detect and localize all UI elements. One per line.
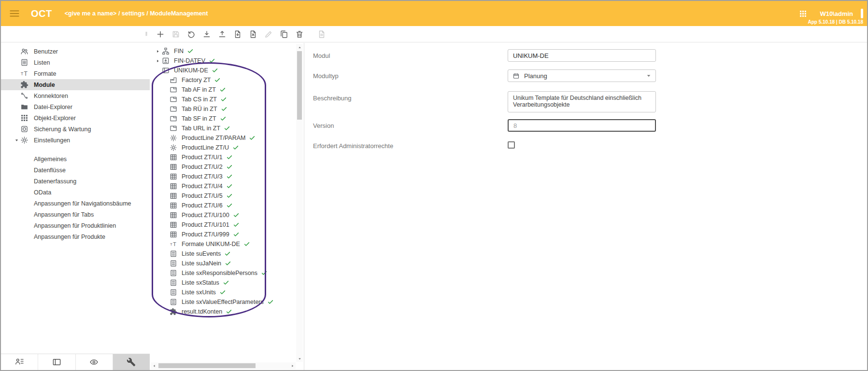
menu-icon[interactable]	[9, 8, 20, 19]
tree-item-tab-url-in-zt[interactable]: Tab URL in ZT	[150, 124, 296, 133]
scroll-left-icon[interactable]	[151, 362, 157, 369]
sidebar-item-einstellungen[interactable]: Einstellungen	[1, 135, 150, 146]
tree-item-fin[interactable]: FIN	[150, 46, 296, 56]
tree-item-tab-rü-in-zt[interactable]: Tab RÜ in ZT	[150, 104, 296, 114]
tree-item-liste-sxstatus[interactable]: Liste sxStatus	[150, 278, 296, 288]
sidebar-tab-users[interactable]	[1, 354, 38, 370]
toolbar-upload-button[interactable]	[216, 28, 228, 40]
tree-item-label: Product ZT/U/3	[182, 173, 223, 180]
tree-item-label: Product ZT/U/100	[182, 212, 229, 219]
sidebar-subitem-anpassungen-für-produkte[interactable]: Anpassungen für Produkte	[1, 231, 150, 242]
sidebar-subitem-datenflüsse[interactable]: Datenflüsse	[1, 165, 150, 176]
tree-item-tab-af-in-zt[interactable]: Tab AF in ZT	[150, 85, 296, 95]
tree-item-tab-sf-in-zt[interactable]: Tab SF in ZT	[150, 114, 296, 124]
toolbar-download-button[interactable]	[201, 28, 213, 40]
tree-item-product-zt-u-2[interactable]: Product ZT/U/2	[150, 162, 296, 172]
toolbar-edit-button[interactable]	[263, 28, 274, 40]
tree-item-formate-unikum-de[interactable]: TTFormate UNIKUM-DE	[150, 239, 296, 249]
sidebar-item-sicherung-wartung[interactable]: Sicherung & Wartung	[1, 124, 150, 135]
sidebar-subitem-allgemeines[interactable]: Allgemeines	[1, 153, 150, 165]
expand-arrow-icon[interactable]	[154, 49, 161, 54]
sidebar-item-datei-explorer[interactable]: Datei-Explorer	[1, 101, 150, 112]
scrollbar-horizontal-track[interactable]	[157, 362, 289, 369]
user-tree-icon	[15, 357, 24, 367]
sidebar-tab-modules[interactable]	[38, 354, 75, 370]
toolbar-remove-file-button[interactable]	[247, 28, 259, 40]
toolbar-buttons	[155, 28, 331, 40]
check-icon	[226, 164, 233, 170]
check-icon	[249, 135, 256, 141]
tree-item-result-tdkonten[interactable]: result.tdKonten	[150, 307, 296, 316]
tree-item-liste-sxvalueeffectparameters[interactable]: Liste sxValueEffectParameters	[150, 297, 296, 307]
svg-text:T: T	[170, 242, 172, 247]
tree-item-product-zt-u-999[interactable]: Product ZT/U/999	[150, 230, 296, 239]
tree-item-label: Product ZT/U/5	[182, 192, 223, 199]
tree-item-label: Product ZT/U/6	[182, 202, 223, 209]
tree-item-fin-datev[interactable]: FIN-DATEV	[150, 56, 296, 66]
sidebar-item-konnektoren[interactable]: Konnektoren	[1, 90, 150, 101]
modultyp-select[interactable]: Planung	[508, 69, 656, 82]
admin-rights-label: Erfordert Administratorrechte	[313, 142, 393, 150]
version-input[interactable]	[508, 119, 656, 132]
scrollbar-vertical[interactable]	[296, 44, 303, 362]
sidebar-item-benutzer[interactable]: Benutzer	[1, 46, 150, 57]
sidebar: BenutzerListenTTFormateModuleKonnektoren…	[1, 43, 150, 370]
sidebar-tab-tools[interactable]	[113, 354, 150, 370]
chevron-down-icon[interactable]	[13, 138, 20, 142]
header-right: W10\admin	[799, 9, 863, 18]
tree-item-product-zt-u-6[interactable]: Product ZT/U/6	[150, 201, 296, 210]
admin-rights-checkbox[interactable]	[508, 141, 515, 149]
modul-input[interactable]	[508, 49, 656, 62]
toolbar-copy-button[interactable]	[278, 28, 290, 40]
sidebar-subitem-datenerfassung[interactable]: Datenerfassung	[1, 176, 150, 187]
sidebar-tab-preview[interactable]	[76, 354, 113, 370]
sidebar-item-listen[interactable]: Listen	[1, 57, 150, 68]
sidebar-subitem-anpassungen-für-navigationsbäume[interactable]: Anpassungen für Navigationsbäume	[1, 198, 150, 209]
toolbar-save-button[interactable]	[170, 28, 182, 40]
tree-item-unikum-de[interactable]: UNIKUM-DE	[150, 66, 296, 75]
tree-item-liste-sxunits[interactable]: Liste sxUnits	[150, 288, 296, 297]
sidebar-item-label: Objekt-Explorer	[34, 115, 76, 122]
tree-item-label: Formate UNIKUM-DE	[182, 241, 240, 247]
tree-item-liste-sxresponsiblepersons[interactable]: Liste sxResponsiblePersons	[150, 268, 296, 278]
sidebar-item-formate[interactable]: TTFormate	[1, 68, 150, 79]
sidebar-subitem-anpassungen-für-tabs[interactable]: Anpassungen für Tabs	[1, 209, 150, 220]
splitter-grip-icon[interactable]	[143, 30, 150, 38]
sidebar-item-label: Listen	[34, 59, 50, 66]
tree-item-factory-zt[interactable]: Factory ZT	[150, 75, 296, 85]
tree-item-tab-cs-in-zt[interactable]: Tab CS in ZT	[150, 95, 296, 104]
sidebar-item-objekt-explorer[interactable]: Objekt-Explorer	[1, 112, 150, 124]
puzzle-icon	[169, 308, 178, 316]
toolbar-history-button[interactable]	[185, 28, 197, 40]
scroll-up-icon[interactable]	[296, 44, 303, 51]
sidebar-item-label: Formate	[34, 70, 57, 77]
tree-item-product-zt-u-4[interactable]: Product ZT/U/4	[150, 181, 296, 191]
tree-item-product-zt-u-1[interactable]: Product ZT/U/1	[150, 152, 296, 162]
beschreibung-textarea[interactable]: Unikum Template für Deutschland einschli…	[508, 91, 656, 112]
scrollbar-vertical-thumb[interactable]	[297, 51, 302, 120]
toolbar-delete-button[interactable]	[294, 28, 305, 40]
tree-item-product-zt-u-3[interactable]: Product ZT/U/3	[150, 172, 296, 181]
sidebar-item-module[interactable]: Module	[1, 79, 150, 90]
scroll-down-icon[interactable]	[296, 355, 303, 362]
expand-arrow-icon[interactable]	[154, 59, 161, 63]
scrollbar-horizontal[interactable]	[151, 362, 296, 369]
tree-item-liste-sujanein[interactable]: Liste suJaNein	[150, 259, 296, 268]
sidebar-subitem-anpassungen-für-produktlinien[interactable]: Anpassungen für Produktlinien	[1, 220, 150, 231]
toolbar-import-file-button[interactable]	[232, 28, 243, 40]
scrollbar-horizontal-thumb[interactable]	[158, 363, 256, 368]
breadcrumb: <give me a name> / settings / ModuleMana…	[65, 10, 208, 17]
toolbar-report-button[interactable]	[316, 28, 327, 40]
tree-item-product-zt-u-101[interactable]: Product ZT/U/101	[150, 220, 296, 230]
svg-text:T: T	[21, 71, 23, 76]
tree-item-product-zt-u-100[interactable]: Product ZT/U/100	[150, 210, 296, 220]
toolbar-add-button[interactable]	[155, 28, 166, 40]
apps-grid-icon[interactable]	[799, 10, 807, 18]
sidebar-subitem-odata[interactable]: OData	[1, 187, 150, 198]
user-menu[interactable]: W10\admin	[820, 10, 853, 17]
scroll-right-icon[interactable]	[289, 362, 296, 369]
tree-item-productline-zt-u[interactable]: ProductLine ZT/U	[150, 143, 296, 152]
tree-item-liste-suevents[interactable]: Liste suEvents	[150, 249, 296, 259]
tree-item-productline-zt-param[interactable]: ProductLine ZT/PARAM	[150, 133, 296, 143]
tree-item-product-zt-u-5[interactable]: Product ZT/U/5	[150, 191, 296, 201]
